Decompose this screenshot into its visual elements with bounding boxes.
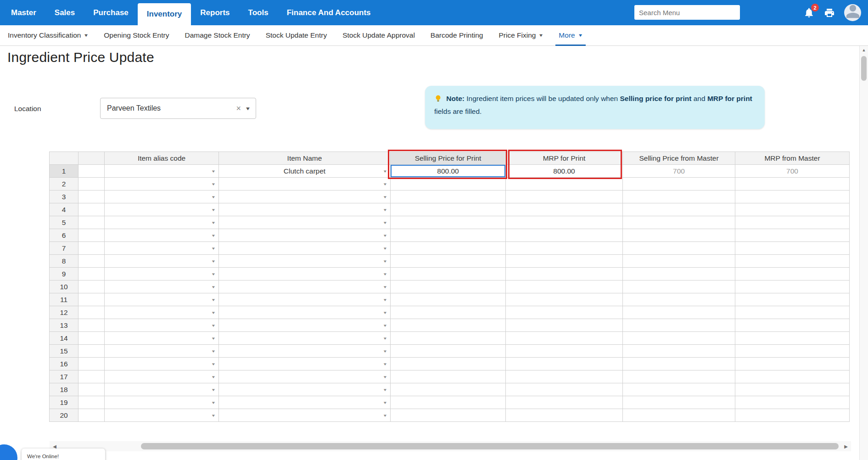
scroll-up-arrow-icon[interactable]: ▲ — [860, 46, 868, 54]
subnav-item-stock-update-approval[interactable]: Stock Update Approval — [342, 25, 415, 45]
item-name-cell[interactable]: ▼ — [219, 242, 391, 255]
item-name-cell[interactable]: ▼ — [219, 306, 391, 319]
item-name-cell[interactable]: ▼ — [219, 319, 391, 332]
item-alias-cell[interactable]: ▼ — [105, 255, 219, 268]
item-name-cell[interactable]: ▼ — [219, 216, 391, 229]
selling-price-for-print-cell[interactable] — [391, 306, 506, 319]
item-name-cell[interactable]: ▼ — [219, 358, 391, 370]
selling-price-for-print-cell[interactable] — [391, 319, 506, 332]
dropdown-caret-icon[interactable]: ▼ — [383, 220, 387, 224]
selling-price-for-print-cell[interactable] — [391, 280, 506, 293]
topnav-item-tools[interactable]: Tools — [239, 0, 278, 25]
mrp-for-print-cell[interactable] — [506, 358, 623, 370]
topnav-item-inventory[interactable]: Inventory — [138, 3, 191, 25]
mrp-for-print-cell[interactable] — [506, 396, 623, 409]
location-select[interactable]: Parveen Textiles × ▼ — [100, 98, 256, 119]
dropdown-caret-icon[interactable]: ▼ — [211, 208, 216, 212]
dropdown-caret-icon[interactable]: ▼ — [383, 310, 387, 314]
dropdown-caret-icon[interactable]: ▼ — [211, 336, 216, 340]
dropdown-caret-icon[interactable]: ▼ — [211, 285, 216, 289]
item-name-cell[interactable]: ▼ — [219, 268, 391, 280]
dropdown-caret-icon[interactable]: ▼ — [383, 195, 387, 199]
dropdown-caret-icon[interactable]: ▼ — [383, 246, 387, 250]
item-name-cell[interactable]: ▼ — [219, 280, 391, 293]
item-name-cell[interactable]: ▼ — [219, 229, 391, 242]
item-name-cell[interactable]: ▼ — [219, 383, 391, 396]
item-name-cell[interactable]: ▼ — [219, 255, 391, 268]
mrp-for-print-cell[interactable] — [506, 319, 623, 332]
selling-price-for-print-cell[interactable] — [391, 255, 506, 268]
vertical-scrollbar-thumb[interactable] — [861, 56, 867, 81]
mrp-for-print-cell[interactable] — [506, 409, 623, 422]
mrp-for-print-cell[interactable] — [506, 191, 623, 203]
mrp-for-print-cell[interactable] — [506, 268, 623, 280]
item-alias-cell[interactable]: ▼ — [105, 358, 219, 370]
mrp-for-print-cell[interactable]: 800.00 — [506, 165, 623, 178]
item-alias-cell[interactable]: ▼ — [105, 293, 219, 306]
dropdown-caret-icon[interactable]: ▼ — [383, 169, 387, 173]
subnav-item-stock-update-entry[interactable]: Stock Update Entry — [266, 25, 327, 45]
mrp-for-print-cell[interactable] — [506, 178, 623, 191]
dropdown-caret-icon[interactable]: ▼ — [211, 272, 216, 276]
dropdown-caret-icon[interactable]: ▼ — [211, 400, 216, 404]
dropdown-caret-icon[interactable]: ▼ — [211, 375, 216, 379]
dropdown-caret-icon[interactable]: ▼ — [383, 336, 387, 340]
mrp-for-print-cell[interactable] — [506, 306, 623, 319]
dropdown-caret-icon[interactable]: ▼ — [211, 297, 216, 302]
selling-price-for-print-cell[interactable] — [391, 178, 506, 191]
selling-price-for-print-cell[interactable] — [391, 345, 506, 358]
mrp-for-print-cell[interactable] — [506, 383, 623, 396]
selling-price-for-print-cell[interactable] — [391, 293, 506, 306]
dropdown-caret-icon[interactable]: ▼ — [211, 349, 216, 353]
topnav-item-finance-and-accounts[interactable]: Finance And Accounts — [278, 0, 380, 25]
subnav-item-price-fixing[interactable]: Price Fixing▼ — [498, 25, 543, 45]
item-name-cell[interactable]: Clutch carpet▼ — [219, 165, 391, 178]
dropdown-caret-icon[interactable]: ▼ — [383, 349, 387, 353]
dropdown-caret-icon[interactable]: ▼ — [383, 323, 387, 327]
dropdown-caret-icon[interactable]: ▼ — [211, 182, 216, 186]
topnav-item-sales[interactable]: Sales — [45, 0, 84, 25]
dropdown-caret-icon[interactable]: ▼ — [383, 297, 387, 302]
clear-icon[interactable]: × — [232, 104, 246, 113]
item-name-cell[interactable]: ▼ — [219, 370, 391, 383]
dropdown-caret-icon[interactable]: ▼ — [211, 310, 216, 314]
dropdown-caret-icon[interactable]: ▼ — [383, 375, 387, 379]
search-input[interactable] — [634, 5, 740, 20]
item-alias-cell[interactable]: ▼ — [105, 178, 219, 191]
dropdown-caret-icon[interactable]: ▼ — [211, 220, 216, 224]
topnav-item-purchase[interactable]: Purchase — [84, 0, 138, 25]
subnav-item-opening-stock-entry[interactable]: Opening Stock Entry — [104, 25, 169, 45]
dropdown-caret-icon[interactable]: ▼ — [211, 323, 216, 327]
dropdown-caret-icon[interactable]: ▼ — [211, 195, 216, 199]
mrp-for-print-cell[interactable] — [506, 332, 623, 345]
item-name-cell[interactable]: ▼ — [219, 293, 391, 306]
dropdown-caret-icon[interactable]: ▼ — [383, 362, 387, 366]
dropdown-caret-icon[interactable]: ▼ — [383, 387, 387, 392]
item-name-cell[interactable]: ▼ — [219, 396, 391, 409]
selling-price-for-print-cell[interactable] — [391, 409, 506, 422]
selling-price-for-print-cell[interactable] — [391, 268, 506, 280]
selling-price-for-print-cell[interactable] — [391, 370, 506, 383]
scroll-right-arrow-icon[interactable]: ▶ — [841, 441, 851, 451]
item-name-cell[interactable]: ▼ — [219, 332, 391, 345]
print-button[interactable] — [824, 7, 835, 18]
dropdown-caret-icon[interactable]: ▼ — [211, 233, 216, 237]
item-name-cell[interactable]: ▼ — [219, 203, 391, 216]
item-alias-cell[interactable]: ▼ — [105, 216, 219, 229]
selling-price-for-print-cell[interactable] — [391, 242, 506, 255]
topnav-item-master[interactable]: Master — [2, 0, 45, 25]
item-alias-cell[interactable]: ▼ — [105, 191, 219, 203]
dropdown-caret-icon[interactable]: ▼ — [383, 413, 387, 417]
mrp-for-print-cell[interactable] — [506, 280, 623, 293]
mrp-for-print-cell[interactable] — [506, 242, 623, 255]
dropdown-caret-icon[interactable]: ▼ — [383, 400, 387, 404]
dropdown-caret-icon[interactable]: ▼ — [383, 182, 387, 186]
selling-price-for-print-cell[interactable] — [391, 358, 506, 370]
selling-price-for-print-cell[interactable] — [391, 216, 506, 229]
item-name-cell[interactable]: ▼ — [219, 345, 391, 358]
dropdown-caret-icon[interactable]: ▼ — [211, 169, 216, 173]
selling-price-for-print-cell[interactable]: 800.00 — [391, 165, 506, 178]
mrp-for-print-cell[interactable] — [506, 293, 623, 306]
mrp-for-print-cell[interactable] — [506, 255, 623, 268]
item-alias-cell[interactable]: ▼ — [105, 345, 219, 358]
